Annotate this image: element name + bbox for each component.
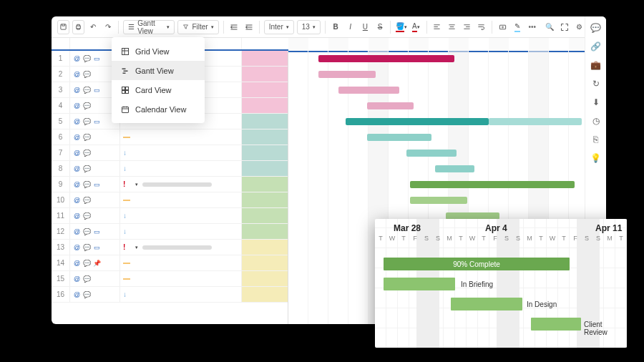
at-icon[interactable]: @ bbox=[73, 149, 81, 157]
card-icon[interactable]: ▭ bbox=[93, 54, 101, 62]
wrap-button[interactable] bbox=[476, 20, 488, 34]
at-icon[interactable]: @ bbox=[73, 133, 81, 141]
gantt-bar[interactable] bbox=[435, 165, 474, 172]
zoom-out-button[interactable] bbox=[559, 20, 571, 34]
svg-rect-7 bbox=[122, 72, 125, 74]
gantt-bar[interactable] bbox=[338, 87, 399, 94]
clock-icon[interactable]: ◷ bbox=[589, 114, 603, 128]
at-icon[interactable]: @ bbox=[73, 117, 81, 125]
at-icon[interactable]: @ bbox=[73, 180, 81, 188]
bubble-icon[interactable]: 💬 bbox=[83, 243, 91, 251]
card-icon[interactable]: ▭ bbox=[93, 117, 101, 125]
redo-button[interactable]: ↷ bbox=[102, 20, 114, 34]
gantt-bar[interactable] bbox=[367, 102, 414, 109]
overflow-button[interactable]: ••• bbox=[526, 20, 538, 34]
comments-icon[interactable]: 💬 bbox=[589, 21, 603, 35]
strike-button[interactable]: S bbox=[374, 20, 386, 34]
bubble-icon[interactable]: 💬 bbox=[83, 86, 91, 94]
pin-icon[interactable]: 📌 bbox=[93, 259, 101, 267]
at-icon[interactable]: @ bbox=[73, 290, 81, 298]
underline-button[interactable]: U bbox=[359, 20, 371, 34]
card-icon bbox=[120, 85, 130, 94]
fill-color-button[interactable]: 🪣▾ bbox=[395, 20, 407, 34]
at-icon[interactable]: @ bbox=[73, 54, 81, 62]
bubble-icon[interactable]: 💬 bbox=[83, 133, 91, 141]
bold-button[interactable]: B bbox=[330, 20, 342, 34]
card-icon[interactable]: ▭ bbox=[93, 228, 101, 235]
gantt-bar[interactable] bbox=[318, 55, 454, 62]
view-dropdown: Grid View Gantt View Card View Calendar … bbox=[112, 37, 205, 123]
dropdown-item-grid[interactable]: Grid View bbox=[112, 41, 205, 61]
svg-rect-11 bbox=[125, 90, 128, 93]
bubble-icon[interactable]: 💬 bbox=[83, 54, 91, 62]
svg-rect-8 bbox=[122, 87, 125, 89]
undo-button[interactable]: ↶ bbox=[87, 20, 99, 34]
svg-rect-12 bbox=[122, 107, 128, 112]
outdent-button[interactable] bbox=[228, 20, 240, 34]
filter-button[interactable]: Filter▾ bbox=[177, 20, 218, 34]
at-icon[interactable]: @ bbox=[73, 70, 81, 78]
at-icon[interactable]: @ bbox=[73, 86, 81, 94]
align-center-button[interactable] bbox=[446, 20, 458, 34]
dropdown-item-calendar[interactable]: Calendar View bbox=[112, 99, 205, 119]
card-icon[interactable]: ▭ bbox=[93, 180, 101, 188]
bubble-icon[interactable]: 💬 bbox=[83, 165, 91, 172]
at-icon[interactable]: @ bbox=[73, 228, 81, 235]
text-color-button[interactable]: A▾ bbox=[410, 20, 422, 34]
italic-button[interactable]: I bbox=[344, 20, 356, 34]
gantt-bar[interactable] bbox=[384, 278, 455, 290]
briefcase-icon[interactable]: 💼 bbox=[589, 58, 603, 72]
save-button[interactable] bbox=[57, 20, 69, 34]
at-icon[interactable]: @ bbox=[73, 196, 81, 204]
indent-button[interactable] bbox=[243, 20, 255, 34]
gantt-bar[interactable] bbox=[410, 197, 467, 204]
gantt-bar[interactable] bbox=[346, 118, 489, 125]
at-icon[interactable]: @ bbox=[73, 165, 81, 172]
search-button[interactable]: 🔍 bbox=[544, 20, 556, 34]
settings-button[interactable]: ⚙ bbox=[573, 20, 585, 34]
gantt-bar[interactable]: 90% Complete bbox=[384, 258, 570, 270]
bubble-icon[interactable]: 💬 bbox=[83, 70, 91, 78]
bubble-icon[interactable]: 💬 bbox=[83, 117, 91, 125]
dropdown-item-card[interactable]: Card View bbox=[112, 80, 205, 99]
bubble-icon[interactable]: 💬 bbox=[83, 149, 91, 157]
bubble-icon[interactable]: 💬 bbox=[83, 180, 91, 188]
bubble-icon[interactable]: 💬 bbox=[83, 196, 91, 204]
gantt-bar[interactable] bbox=[367, 134, 431, 141]
view-selector[interactable]: ☰Gantt View▾ bbox=[123, 20, 175, 34]
bubble-icon[interactable]: 💬 bbox=[83, 259, 91, 267]
highlight-button[interactable]: ✎ bbox=[512, 20, 524, 34]
bubble-icon[interactable]: 💬 bbox=[83, 275, 91, 283]
at-icon[interactable]: @ bbox=[73, 212, 81, 220]
bar-label: In Design bbox=[527, 300, 557, 308]
align-right-button[interactable] bbox=[461, 20, 473, 34]
gantt-bar[interactable] bbox=[318, 71, 376, 78]
dropdown-item-gantt[interactable]: Gantt View bbox=[112, 61, 205, 80]
at-icon[interactable]: @ bbox=[73, 243, 81, 251]
lightbulb-icon[interactable]: 💡 bbox=[589, 151, 603, 165]
refresh-icon[interactable]: ↻ bbox=[589, 77, 603, 91]
gantt-bar[interactable] bbox=[410, 181, 575, 188]
font-family-select[interactable]: Inter▾ bbox=[264, 20, 294, 34]
bubble-icon[interactable]: 💬 bbox=[83, 212, 91, 220]
gantt-bar[interactable] bbox=[406, 150, 457, 157]
attachment-icon[interactable]: 🔗 bbox=[589, 39, 603, 54]
card-icon[interactable]: ▭ bbox=[93, 86, 101, 94]
print-button[interactable] bbox=[72, 20, 84, 34]
bar-label: In Briefing bbox=[461, 280, 493, 288]
bubble-icon[interactable]: 💬 bbox=[83, 228, 91, 235]
at-icon[interactable]: @ bbox=[73, 259, 81, 267]
font-size-select[interactable]: 13▾ bbox=[297, 20, 321, 34]
download-icon[interactable]: ⬇ bbox=[589, 95, 603, 109]
currency-button[interactable] bbox=[497, 20, 509, 34]
export-icon[interactable]: ⎘ bbox=[589, 132, 603, 147]
bubble-icon[interactable]: 💬 bbox=[83, 102, 91, 109]
bubble-icon[interactable]: 💬 bbox=[83, 290, 91, 298]
gantt-bar[interactable] bbox=[451, 298, 522, 310]
at-icon[interactable]: @ bbox=[73, 275, 81, 283]
at-icon[interactable]: @ bbox=[73, 102, 81, 109]
card-icon[interactable]: ▭ bbox=[93, 243, 101, 251]
gantt-bar[interactable] bbox=[489, 118, 582, 125]
gantt-bar[interactable] bbox=[531, 318, 581, 331]
align-left-button[interactable] bbox=[431, 20, 443, 34]
